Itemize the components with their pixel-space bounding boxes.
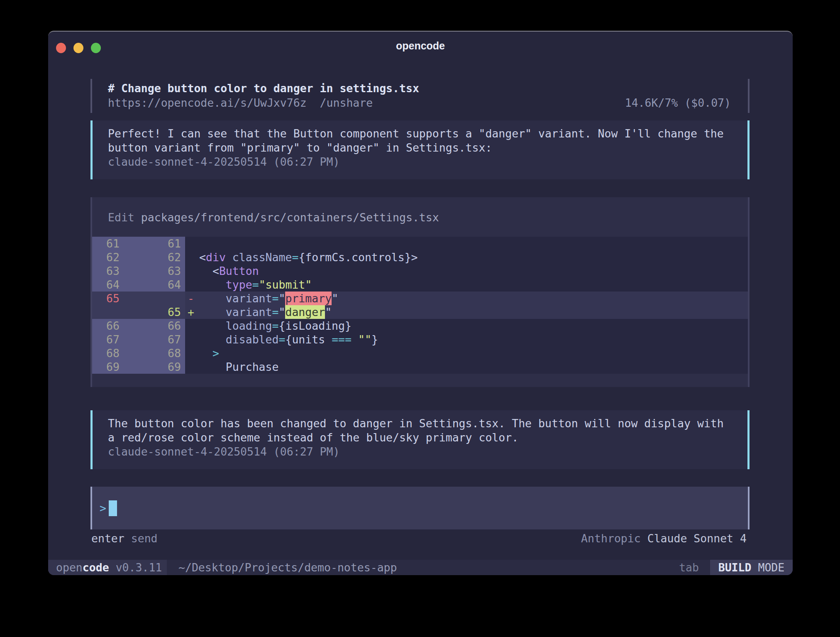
diff-row: 6363 <Button (92, 264, 748, 278)
code-token: = (272, 292, 279, 305)
code-token: = (292, 251, 298, 264)
line-number-new: 66 (139, 319, 185, 333)
assistant-message: Perfect! I can see that the Button compo… (90, 120, 750, 179)
share-url-group: https://opencode.ai/s/UwJxv76z /unshare (108, 96, 373, 110)
code-token: " (325, 306, 332, 318)
diff-code-line: variant="primary" (199, 292, 748, 305)
app-version: v0.3.11 (116, 561, 162, 574)
unshare-command[interactable]: /unshare (320, 96, 373, 109)
code-token: === (332, 333, 352, 346)
brand-open: open (56, 561, 83, 574)
assistant-message: The button color has been changed to dan… (90, 410, 750, 469)
code-token: {isLoading} (278, 319, 352, 332)
message-line: The button color has been changed to dan… (108, 416, 735, 431)
session-header: # Change button color to danger in setti… (90, 79, 750, 113)
code-token: " (332, 292, 338, 305)
code-token: variant (226, 292, 272, 305)
context-usage-stats: 14.6K/7% ($0.07) (625, 96, 731, 110)
message-input[interactable]: > (90, 487, 750, 529)
desktop-background: opencode # Change button color to danger… (0, 0, 840, 637)
code-token: Button (219, 265, 259, 277)
diff-code-line (199, 237, 748, 250)
code-token: > (212, 347, 219, 360)
code-token: } (371, 333, 378, 346)
diff-row: 6262<div className={formCs.controls}> (92, 250, 748, 264)
code-diff: 61616262<div className={formCs.controls}… (92, 237, 748, 374)
message-line: button variant from "primary" to "danger… (108, 141, 735, 155)
diff-code-line: loading={isLoading} (199, 319, 748, 333)
diff-changed-word: danger (285, 305, 325, 319)
line-number-old: 61 (92, 237, 139, 250)
diff-code-line: <div className={formCs.controls}> (199, 250, 748, 264)
statusbar-spacer (397, 560, 679, 575)
message-line: a red/rose color scheme instead of the b… (108, 431, 735, 445)
line-number-new: 62 (139, 250, 185, 264)
diff-changed-word: primary (285, 292, 332, 305)
diff-marker: - (185, 292, 199, 305)
code-token: {formCs.controls}> (298, 251, 418, 264)
line-number-old: 65 (92, 292, 139, 305)
code-token: variant (226, 306, 272, 318)
diff-marker (185, 250, 199, 264)
line-number-new: 68 (139, 346, 185, 360)
enter-key-hint: enter (91, 532, 125, 545)
line-number-old: 68 (92, 346, 139, 360)
provider-name: Anthropic (581, 532, 641, 545)
diff-code-line: > (199, 346, 748, 360)
diff-marker (185, 333, 199, 346)
session-subtitle-row: https://opencode.ai/s/UwJxv76z /unshare … (108, 96, 731, 110)
line-number-new: 61 (139, 237, 185, 250)
app-version-chip: opencode v0.3.11 (48, 560, 167, 575)
code-token: = (252, 278, 259, 291)
line-number-old: 64 (92, 278, 139, 292)
model-name: Claude Sonnet 4 (647, 532, 747, 545)
code-token: className (232, 251, 292, 264)
mode-value: BUILD (718, 561, 752, 574)
window-title: opencode (48, 40, 793, 52)
code-token: < (199, 251, 206, 264)
diff-marker: + (185, 305, 199, 319)
code-token: = (272, 306, 279, 318)
diff-code-line: <Button (199, 264, 748, 278)
opencode-window: opencode # Change button color to danger… (48, 31, 793, 574)
session-title: # Change button color to danger in setti… (108, 81, 731, 96)
file-edit-tool-card: Edit packages/frontend/src/containers/Se… (90, 197, 750, 387)
code-token: " (278, 292, 285, 305)
send-hint: enter send (91, 531, 158, 546)
code-token: "" (358, 333, 371, 346)
code-token (199, 292, 226, 305)
diff-marker (185, 360, 199, 374)
diff-marker (185, 346, 199, 360)
code-token (199, 347, 212, 360)
code-token (199, 278, 226, 291)
model-indicator: Anthropic Claude Sonnet 4 (581, 531, 747, 546)
line-number-old: 69 (92, 360, 139, 374)
diff-row: 65- variant="primary" (92, 292, 748, 305)
code-token (199, 306, 226, 318)
diff-code-line: Purchase (199, 360, 748, 374)
line-number-old: 66 (92, 319, 139, 333)
code-token: loading (226, 319, 272, 332)
edit-title: Edit packages/frontend/src/containers/Se… (92, 210, 748, 225)
prompt-character: > (100, 502, 106, 514)
code-token: type (226, 278, 252, 291)
mode-label: MODE (758, 561, 784, 574)
diff-row: 6969 Purchase (92, 360, 748, 374)
url-gap (307, 96, 320, 109)
diff-row: 6666 loading={isLoading} (92, 319, 748, 333)
line-number-new: 63 (139, 264, 185, 278)
share-url-link[interactable]: https://opencode.ai/s/UwJxv76z (108, 96, 307, 109)
message-model-timestamp: claude-sonnet-4-20250514 (06:27 PM) (108, 155, 735, 169)
diff-marker (185, 264, 199, 278)
code-token (199, 333, 226, 346)
diff-marker (185, 237, 199, 250)
working-directory: ~/Desktop/Projects/demo-notes-app (178, 560, 397, 575)
titlebar[interactable]: opencode (48, 32, 793, 58)
code-token: = (278, 333, 285, 346)
code-token (226, 251, 232, 264)
diff-row: 6767 disabled={units === ""} (92, 333, 748, 346)
code-token (352, 333, 358, 346)
code-token: {units (285, 333, 332, 346)
code-token (199, 319, 226, 332)
diff-row: 6868 > (92, 346, 748, 360)
